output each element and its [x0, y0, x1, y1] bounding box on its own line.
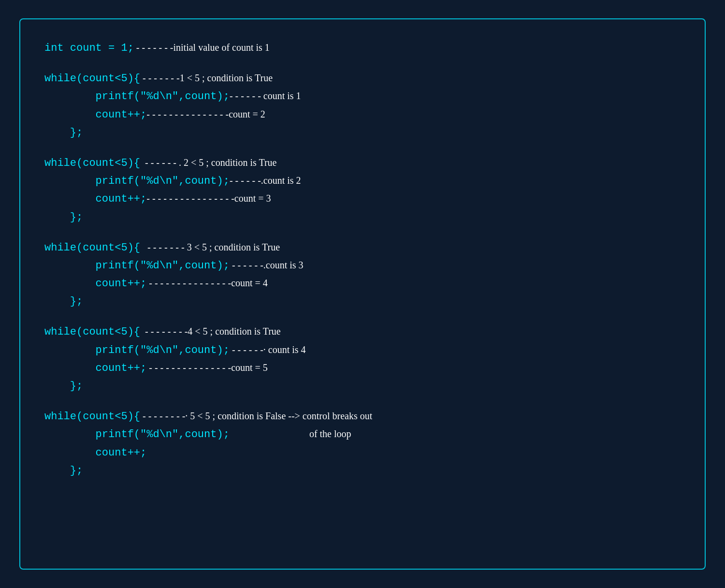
loop2-printf-code: printf("%d\n",count); [44, 173, 230, 190]
loop1-printf-code: printf("%d\n",count); [44, 88, 230, 105]
loop2-dashes: - - - - - - . [140, 155, 181, 170]
loop5-printf-code: printf("%d\n",count); [44, 426, 230, 443]
loop5-closing: }; [44, 462, 681, 479]
loop2-while-code: while(count<5){ [44, 155, 140, 172]
loop1-printf-annotation: count is 1 [261, 88, 301, 103]
loop2-printf-dashes: - - - - - -. [230, 173, 263, 188]
loop1-printf: printf("%d\n",count); - - - - - - count … [44, 88, 681, 105]
loop3-count-dashes: - - - - - - - - - - - - - - - [146, 275, 231, 291]
loop3-condition: while(count<5){ - - - - - - - 3 < 5 ; co… [44, 239, 681, 256]
loop3-while-code: while(count<5){ [44, 239, 140, 256]
loop2-section: while(count<5){ - - - - - - . 2 < 5 ; co… [44, 155, 681, 226]
loop2-printf-annotation: count is 2 [263, 173, 301, 188]
loop5-printf: printf("%d\n",count); of the loop [44, 426, 681, 443]
loop3-condition-annotation: 3 < 5 ; condition is True [185, 239, 280, 255]
loop4-printf-annotation: count is 4 [266, 342, 306, 357]
loop2-count: count++; - - - - - - - - - - - - - - - -… [44, 191, 681, 207]
loop1-condition-annotation: 1 < 5 ; condition is True [180, 70, 273, 86]
loop5-count-code: count++; [44, 444, 146, 461]
loop4-count-dashes: - - - - - - - - - - - - - - - [146, 360, 231, 375]
loop1-dashes: - - - - - - - [140, 70, 180, 86]
code-container: int count = 1; - - - - - - - initial val… [19, 18, 706, 570]
loop5-condition-annotation: 5 < 5 ; condition is False --> control b… [188, 408, 372, 424]
init-code: int count = 1; [44, 40, 134, 57]
loop4-condition-annotation: 4 < 5 ; condition is True [188, 323, 280, 339]
loop2-condition: while(count<5){ - - - - - - . 2 < 5 ; co… [44, 155, 681, 172]
loop4-closing: }; [44, 378, 681, 395]
loop4-closing-code: }; [44, 378, 83, 395]
loop3-printf: printf("%d\n",count); - - - - - -. count… [44, 257, 681, 274]
loop3-count-annotation: count = 4 [231, 275, 268, 291]
loop3-count-code: count++; [44, 275, 146, 292]
loop2-printf: printf("%d\n",count); - - - - - -. count… [44, 173, 681, 190]
loop5-condition: while(count<5){ - - - - - - - -· 5 < 5 ;… [44, 408, 681, 425]
loop4-section: while(count<5){ - - - - - - - - 4 < 5 ; … [44, 323, 681, 395]
loop4-count-code: count++; [44, 360, 146, 377]
loop1-printf-dashes: - - - - - - [230, 88, 261, 103]
loop4-while-code: while(count<5){ [44, 323, 140, 340]
loop1-count-dashes: - - - - - - - - - - - - - - - [146, 106, 229, 122]
loop1-count: count++; - - - - - - - - - - - - - - - c… [44, 106, 681, 123]
loop2-closing-code: }; [44, 209, 83, 226]
init-annotation: initial value of count is 1 [173, 40, 269, 55]
loop5-while-code: while(count<5){ [44, 408, 140, 425]
loop1-closing: }; [44, 124, 681, 141]
loop5-printf-annotation: of the loop [230, 426, 351, 441]
loop3-closing-code: }; [44, 293, 83, 310]
loop2-closing: }; [44, 209, 681, 226]
loop3-printf-code: printf("%d\n",count); [44, 257, 230, 274]
loop2-count-annotation: count = 3 [234, 191, 271, 206]
loop1-while-code: while(count<5){ [44, 70, 140, 87]
init-line: int count = 1; - - - - - - - initial val… [44, 40, 681, 57]
loop2-condition-annotation: 2 < 5 ; condition is True [181, 155, 276, 170]
loop5-closing-code: }; [44, 462, 83, 479]
loop4-count-annotation: count = 5 [231, 360, 268, 375]
loop3-closing: }; [44, 293, 681, 310]
loop1-section: while(count<5){ - - - - - - - 1 < 5 ; co… [44, 70, 681, 141]
loop4-printf: printf("%d\n",count); - - - - - -· count… [44, 342, 681, 359]
loop3-section: while(count<5){ - - - - - - - 3 < 5 ; co… [44, 239, 681, 310]
loop4-condition: while(count<5){ - - - - - - - - 4 < 5 ; … [44, 323, 681, 340]
init-dashes: - - - - - - - [134, 40, 174, 55]
loop3-dashes: - - - - - - - [140, 239, 185, 255]
loop3-printf-dashes: - - - - - -. [230, 257, 266, 273]
loop1-closing-code: }; [44, 124, 83, 141]
loop4-count: count++; - - - - - - - - - - - - - - - c… [44, 360, 681, 377]
loop2-count-code: count++; [44, 191, 146, 207]
loop1-count-annotation: count = 2 [229, 106, 265, 122]
loop3-count: count++; - - - - - - - - - - - - - - - c… [44, 275, 681, 292]
loop2-count-dashes: - - - - - - - - - - - - - - - - [146, 191, 234, 206]
loop4-printf-dashes: - - - - - -· [230, 342, 266, 357]
loop4-dashes: - - - - - - - - [140, 323, 188, 339]
init-section: int count = 1; - - - - - - - initial val… [44, 40, 681, 57]
loop5-dashes: - - - - - - - -· [140, 408, 188, 424]
loop1-condition: while(count<5){ - - - - - - - 1 < 5 ; co… [44, 70, 681, 87]
loop5-count: count++; [44, 444, 681, 461]
loop1-count-code: count++; [44, 106, 146, 123]
loop3-printf-annotation: count is 3 [266, 257, 304, 273]
loop4-printf-code: printf("%d\n",count); [44, 342, 230, 359]
loop5-section: while(count<5){ - - - - - - - -· 5 < 5 ;… [44, 408, 681, 479]
